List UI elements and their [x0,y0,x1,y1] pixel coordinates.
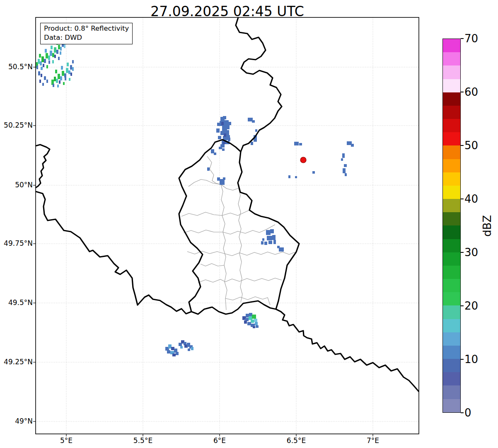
colorbar-unit-label: dBZ [481,215,493,237]
echo-cell [223,142,225,144]
y-tick-label: 50°N [0,181,33,189]
echo-cell [221,122,224,125]
echo-cell [167,350,170,354]
echo-cell [46,65,48,68]
echo-cell [251,320,254,323]
echo-cell [171,347,174,350]
echo-cell [191,347,193,350]
echo-cell [66,68,68,73]
echo-cell [64,73,66,77]
colorbar-band [443,172,460,186]
echo-cell [67,63,69,66]
echo-cell [51,46,53,49]
echo-cell [46,80,48,83]
echo-cell [188,349,190,351]
echo-cell [41,56,44,62]
echo-cell [254,319,257,322]
colorbar-tick-mark [461,145,464,145]
x-tick-label: 6°E [201,436,238,445]
plot-frame [36,17,419,434]
echo-cell [344,164,347,167]
radar-map-svg [36,17,419,434]
echo-cell [62,71,64,76]
echo-cell [42,83,44,86]
canton-border [184,225,275,234]
border-france-west-hook [36,145,50,188]
echo-cell [255,129,257,132]
echo-cell [267,236,272,240]
echo-cell [43,64,44,67]
colorbar-band [443,145,460,159]
product-info-line1: Product: 0.8° Reflectivity [44,24,129,33]
canton-border [187,251,295,256]
colorbar-band [443,159,460,172]
colorbar-band [443,186,460,199]
colorbar-tick-label: 0 [464,407,471,418]
echo-cell [220,179,225,185]
echo-cell [180,346,183,349]
echo-cell [52,53,54,57]
echo-cell [277,246,280,248]
colorbar-band [443,52,460,65]
echo-cell [299,143,302,145]
echo-north-blob [207,116,231,171]
echo-cell [39,54,41,58]
echo-cell [211,149,214,153]
colorbar-band [443,346,460,359]
echo-cell [223,177,225,180]
y-tick-label: 49.25°N [0,358,33,366]
radar-site-marker [300,157,306,163]
echo-cell [72,60,74,63]
x-tick-label: 5°E [48,436,85,445]
echo-cell [251,142,253,145]
colorbar-band [443,266,460,279]
echo-cell [247,322,251,325]
echo-cell [249,313,252,316]
echo-cell [56,79,58,83]
colorbar-band [443,252,460,266]
product-info-box: Product: 0.8° Reflectivity Data: DWD [40,23,133,44]
y-tick-label: 49.5°N [0,298,33,307]
border-france-belgium [36,191,191,314]
echo-cell [270,229,274,233]
colorbar-tick-mark [461,412,464,413]
y-tick-label: 50.25°N [0,121,33,129]
border-luxembourg [179,140,299,314]
colorbar-band [443,212,460,225]
colorbar-band [443,279,460,292]
echo-cell [225,120,229,126]
echo-cell [217,177,220,181]
colorbar-band [443,119,460,132]
echo-cell [69,78,70,81]
echo-cell [59,80,60,84]
y-tick-label: 49.75°N [0,239,33,247]
radar-figure: { "title": "27.09.2025 02:45 UTC", "info… [0,0,498,448]
echo-cell [36,65,38,69]
y-tick-label: 50.5°N [0,63,33,71]
map-plot-area [36,17,419,434]
echo-cell [224,133,226,137]
product-info-line2: Data: DWD [44,33,129,42]
echo-cell [176,352,179,355]
colorbar-band [443,199,460,212]
canton-border [181,210,249,216]
colorbar-band [443,332,460,346]
echo-cell [214,153,216,155]
echo-cell [46,53,48,58]
echo-nw-streak-upper [36,41,65,70]
echo-cell [228,138,230,141]
echo-cell [63,82,65,85]
echo-cell [55,70,57,73]
canton-border [201,264,224,266]
echo-cell [41,74,42,77]
colorbar-band [443,385,460,399]
colorbar-band [443,399,460,412]
echo-cell [41,67,43,70]
echo-cell [252,120,255,123]
echo-cell [38,71,40,75]
colorbar-band [443,319,460,332]
colorbar-band [443,225,460,239]
echo-cell [294,142,299,145]
echo-cell [54,47,56,53]
colorbar-tick-label: 10 [464,354,478,365]
